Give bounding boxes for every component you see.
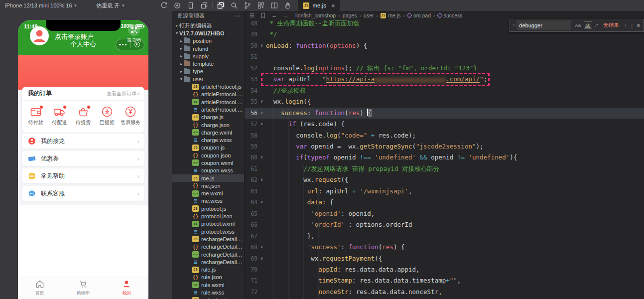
open-editors-section[interactable]: ▸打开的编辑器 [172, 22, 244, 29]
fold-chevron-icon[interactable]: ∨ [258, 108, 266, 119]
code-line-64[interactable]: 64∨ data: { [245, 197, 644, 208]
tree-folder-user[interactable]: ▾user [172, 75, 244, 83]
menu-item-优惠券[interactable]: 优惠券› [22, 151, 144, 166]
back-arrow-icon[interactable]: ← [271, 12, 277, 19]
more-icon[interactable] [116, 44, 130, 45]
code-line-68[interactable]: 68∨ 'success': function(res) { [245, 242, 644, 253]
code-line-71[interactable]: 71 timeStamp: res.data.data.timestamp+""… [245, 275, 644, 286]
breadcrumb-item-success[interactable]: success [438, 12, 463, 18]
split-editor-icon[interactable] [270, 1, 278, 9]
bookmark-icon[interactable] [259, 12, 266, 19]
find-prev-icon[interactable]: ↑ [625, 22, 628, 28]
tree-file-coupon.wxss[interactable]: ≡coupon.wxss [172, 167, 244, 174]
code-line-50[interactable]: 50∨onLoad: function(options) { [245, 40, 644, 51]
tree-file-rule.js[interactable]: JSrule.js [172, 266, 244, 274]
refresh-icon[interactable] [160, 1, 168, 9]
tree-file-articleProtocol.wxss[interactable]: ≡articleProtocol.wxss [172, 106, 244, 113]
device-selector[interactable]: iPhone 12/13 mini 100% 16 ▼ [0, 2, 82, 8]
hand-icon[interactable] [284, 1, 292, 9]
search-icon[interactable] [230, 1, 238, 9]
fold-chevron-icon[interactable]: ∨ [258, 174, 266, 185]
tree-file-me.js[interactable]: JSme.js [172, 174, 244, 182]
fold-chevron-icon[interactable]: ∨ [258, 152, 266, 163]
find-input[interactable]: debugger [516, 20, 571, 30]
code-line-60[interactable]: 60∨ if(typeof openid !== 'undefined' && … [245, 152, 644, 163]
tree-file-charge.json[interactable]: {}charge.json [172, 121, 244, 129]
tree-file-rechargeDetails.wxss[interactable]: ≡rechargeDetails.wxss [172, 258, 244, 266]
regex-toggle[interactable]: .* [594, 22, 599, 28]
tree-file-articleProtocol.wxml[interactable]: <>articleProtocol.wxml [172, 98, 244, 106]
code-line-53[interactable]: 53 var apiUrl = "https://api-axxxxxxxxxx… [245, 74, 644, 85]
breadcrumb-item-lionfish_comshop[interactable]: lionfish_comshop [295, 12, 336, 18]
fold-chevron-icon[interactable]: ∨ [258, 253, 266, 264]
code-line-70[interactable]: 70 appId: res.data.data.appid, [245, 264, 644, 275]
tree-file-articleProtocol.json[interactable]: {}articleProtocol.json [172, 91, 244, 98]
tree-file-rechargeDetails.js[interactable]: JSrechargeDetails.js [172, 235, 244, 243]
tree-file-articleProtocol.js[interactable]: JSarticleProtocol.js [172, 83, 244, 90]
breadcrumb-item-pages[interactable]: pages [343, 12, 357, 18]
find-collapse-icon[interactable]: › [513, 22, 515, 28]
breadcrumb-item-onLoad[interactable]: onLoad [407, 12, 431, 18]
find-menu-icon[interactable]: ≡ [637, 22, 640, 28]
order-status-待付款[interactable]: 待付款 [24, 104, 48, 126]
fold-chevron-icon[interactable]: ∨ [258, 242, 266, 253]
avatar[interactable] [30, 26, 49, 45]
view-all-orders-link[interactable]: 查看全部订单 › [107, 90, 139, 97]
code-line-54[interactable]: 54 //登录授权 [245, 85, 644, 96]
tree-file-web-view.js[interactable]: JSweb-view.js [172, 297, 244, 299]
code-line-65[interactable]: 65 'openid': openid, [245, 208, 644, 219]
close-icon[interactable]: × [331, 2, 335, 9]
files-icon[interactable] [217, 1, 225, 9]
order-status-售后服务[interactable]: 售后服务 [119, 104, 142, 126]
menu-item-我的接龙[interactable]: 我的接龙› [22, 134, 144, 149]
fold-chevron-icon[interactable]: ∨ [258, 96, 266, 107]
outline-list-icon[interactable] [249, 12, 256, 19]
tree-file-rule.json[interactable]: {}rule.json [172, 274, 244, 281]
code-line-63[interactable]: 63 url: apiUrl + '/wxminjsapi', [245, 186, 644, 197]
extensions-icon[interactable] [257, 1, 265, 9]
code-line-61[interactable]: 61 //发起网络请求 获得 prepayid 对接核心部分 [245, 163, 644, 174]
tab-购物车[interactable]: 购物车 [61, 277, 105, 299]
code-line-57[interactable]: 57∨ if (res.code) { [245, 119, 644, 130]
tree-folder-type[interactable]: ▸type [172, 68, 244, 75]
breadcrumb-item-user[interactable]: user [364, 12, 374, 18]
code-line-59[interactable]: 59 var openid = wx.getStorageSync("jscod… [245, 141, 644, 152]
code-line-52[interactable]: 52 console.log(options); // 输出 {s: "fm",… [245, 63, 644, 74]
phone-icon[interactable] [187, 1, 195, 9]
tree-folder-position[interactable]: ▸position [172, 37, 244, 45]
forward-arrow-icon[interactable]: → [282, 12, 288, 19]
tree-file-charge.wxss[interactable]: ≡charge.wxss [172, 136, 244, 144]
tree-file-coupon.json[interactable]: {}coupon.json [172, 151, 244, 159]
tree-root[interactable]: ▾V17.7.0WUZHIBO [172, 29, 244, 37]
multi-window-icon[interactable] [200, 1, 208, 9]
code-line-56[interactable]: 56∨ success: function(res) { [245, 108, 644, 119]
pickup-code-button[interactable]: 提货码 [126, 24, 142, 43]
breadcrumb-item-me.js[interactable]: JSme.js [381, 12, 400, 18]
whole-word-toggle[interactable]: ab [584, 21, 592, 29]
more-actions-icon[interactable]: ⋯ [234, 12, 240, 19]
tree-file-rule.wxml[interactable]: <>rule.wxml [172, 281, 244, 289]
order-status-待提货[interactable]: 待提货 [71, 104, 95, 126]
code-line-66[interactable]: 66 'orderId' : options.orderId [245, 219, 644, 230]
code-line-62[interactable]: 62∨ wx.request({ [245, 174, 644, 185]
tree-file-protocol.js[interactable]: JSprotocol.js [172, 205, 244, 212]
tree-file-me.wxml[interactable]: <>me.wxml [172, 190, 244, 197]
code-line-55[interactable]: 55∨ wx.login({ [245, 96, 644, 107]
compile-mode-icon[interactable] [173, 1, 181, 9]
code-line-69[interactable]: 69∨ wx.requestPayment({ [245, 253, 644, 264]
hot-reload-toggle[interactable]: 热重载 开 ▼ [91, 2, 130, 9]
fold-chevron-icon[interactable]: ∨ [258, 197, 266, 208]
tree-file-rule.wxss[interactable]: ≡rule.wxss [172, 289, 244, 296]
menu-item-联系客服[interactable]: 联系客服› [22, 186, 144, 201]
tab-首页[interactable]: 首页 [18, 277, 61, 299]
tree-file-charge.wxml[interactable]: <>charge.wxml [172, 129, 244, 136]
find-next-icon[interactable]: ↓ [631, 22, 634, 28]
tree-file-rechargeDetails.json[interactable]: {}rechargeDetails.json [172, 243, 244, 251]
code-line-51[interactable]: 51 [245, 51, 644, 62]
code-line-67[interactable]: 67 }, [245, 231, 644, 242]
tree-file-protocol.wxss[interactable]: ≡protocol.wxss [172, 228, 244, 235]
tree-folder-refund[interactable]: ▸refund [172, 45, 244, 52]
fold-chevron-icon[interactable]: ∨ [258, 40, 266, 51]
tree-file-protocol.json[interactable]: {}protocol.json [172, 212, 244, 220]
tree-file-coupon.wxml[interactable]: <>coupon.wxml [172, 159, 244, 166]
